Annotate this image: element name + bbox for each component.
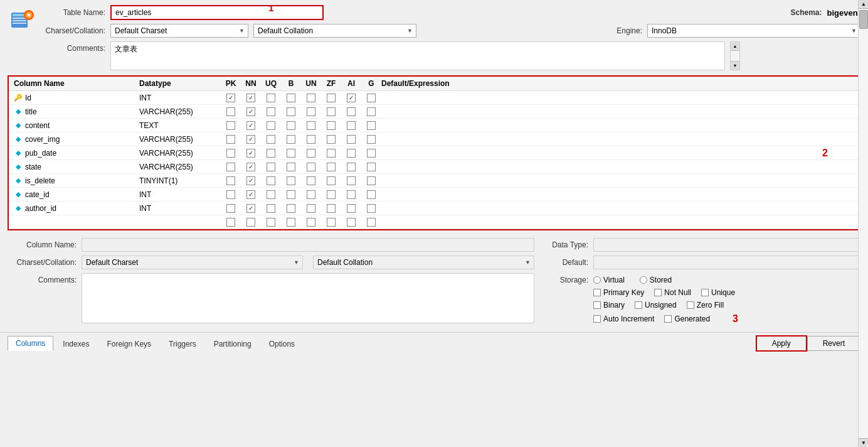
cb-un[interactable] (307, 190, 315, 199)
table-row[interactable]: ◆ cate_id INT (9, 188, 859, 202)
cb-nn[interactable] (246, 190, 255, 199)
detail-charset-select[interactable]: Default Charset (82, 256, 303, 269)
cb-un[interactable] (307, 149, 315, 158)
engine-select[interactable]: InnoDB MyISAM (647, 24, 860, 38)
detail-collation-select[interactable]: Default Collation (313, 256, 534, 269)
cb-ai[interactable] (347, 94, 356, 102)
cb-nn[interactable] (246, 135, 255, 144)
table-row[interactable]: ◆ author_id INT (9, 202, 859, 215)
cb-ai[interactable] (347, 218, 356, 227)
radio-virtual[interactable] (593, 276, 601, 284)
checkbox-ai-box[interactable] (593, 315, 601, 323)
cb-pk[interactable] (226, 218, 235, 227)
table-row[interactable]: 🔑 Id INT (9, 91, 859, 105)
cb-g[interactable] (367, 163, 376, 171)
cb-ai[interactable] (347, 190, 356, 199)
cb-pk[interactable] (226, 176, 235, 185)
cb-uq[interactable] (267, 176, 275, 185)
cb-zf[interactable] (327, 218, 336, 227)
cb-g[interactable] (367, 204, 376, 213)
cb-un[interactable] (307, 107, 315, 116)
cb-pk[interactable] (226, 149, 235, 158)
cb-zf[interactable] (327, 135, 336, 144)
table-row[interactable]: ◆ title VARCHAR(255) (9, 105, 859, 119)
table-row[interactable]: ◆ is_delete TINYINT(1) (9, 174, 859, 188)
cb-pk[interactable] (226, 121, 235, 130)
cb-ai[interactable] (347, 107, 356, 116)
cb-zf[interactable] (327, 176, 336, 185)
cb-pk[interactable] (226, 107, 235, 116)
detail-col-name-input[interactable] (82, 238, 534, 252)
cb-b[interactable] (287, 94, 295, 102)
checkbox-binary-box[interactable] (593, 301, 601, 309)
cb-uq[interactable] (267, 121, 275, 130)
revert-button[interactable]: Revert (807, 336, 860, 351)
cb-zf[interactable] (327, 149, 336, 158)
cb-uq[interactable] (267, 163, 275, 171)
cb-un[interactable] (307, 135, 315, 144)
table-name-input[interactable] (110, 5, 324, 20)
radio-stored[interactable] (640, 276, 647, 284)
cb-un[interactable] (307, 163, 315, 171)
table-row-empty[interactable] (9, 215, 859, 229)
cb-nn[interactable] (246, 121, 255, 130)
comments-scrollbar-down[interactable]: ▼ (731, 61, 739, 70)
scrollbar-thumb[interactable] (859, 10, 868, 29)
cb-pk[interactable] (226, 94, 235, 102)
cb-pk[interactable] (226, 135, 235, 144)
cb-uq[interactable] (267, 218, 275, 227)
cb-b[interactable] (287, 135, 295, 144)
cb-un[interactable] (307, 176, 315, 185)
storage-stored-option[interactable]: Stored (640, 276, 672, 284)
tab-columns[interactable]: Columns (8, 336, 53, 351)
cb-uq[interactable] (267, 135, 275, 144)
cb-g[interactable] (367, 149, 376, 158)
cb-b[interactable] (287, 218, 295, 227)
cb-uq[interactable] (267, 107, 275, 116)
comments-scrollbar-up[interactable]: ▲ (731, 42, 739, 51)
cb-zf[interactable] (327, 190, 336, 199)
checkbox-not-null-box[interactable] (654, 289, 662, 296)
tab-options[interactable]: Options (261, 337, 303, 351)
table-row[interactable]: ◆ state VARCHAR(255) (9, 160, 859, 174)
detail-data-type-input[interactable] (593, 238, 860, 252)
table-row[interactable]: ◆ content TEXT (9, 119, 859, 132)
cb-zf[interactable] (327, 163, 336, 171)
cb-ai[interactable] (347, 121, 356, 130)
cb-g[interactable] (367, 218, 376, 227)
cb-uq[interactable] (267, 94, 275, 102)
storage-virtual-option[interactable]: Virtual (593, 276, 625, 284)
cb-b[interactable] (287, 163, 295, 171)
checkbox-unsigned-box[interactable] (635, 301, 642, 309)
cb-pk[interactable] (226, 204, 235, 213)
comments-textarea[interactable]: 文章表 (110, 41, 725, 70)
cb-uq[interactable] (267, 149, 275, 158)
tab-triggers[interactable]: Triggers (161, 337, 204, 351)
cb-auto-increment[interactable]: Auto Increment (593, 315, 654, 323)
scrollbar-down-btn[interactable]: ▼ (859, 438, 868, 447)
tab-indexes[interactable]: Indexes (55, 337, 97, 351)
cb-not-null[interactable]: Not Null (654, 288, 691, 297)
cb-nn[interactable] (246, 149, 255, 158)
cb-zf[interactable] (327, 121, 336, 130)
cb-b[interactable] (287, 190, 295, 199)
cb-ai[interactable] (347, 204, 356, 213)
cb-g[interactable] (367, 135, 376, 144)
cb-b[interactable] (287, 121, 295, 130)
cb-un[interactable] (307, 94, 315, 102)
cb-nn[interactable] (246, 94, 255, 102)
cb-zerofill[interactable]: Zero Fill (687, 301, 724, 310)
cb-un[interactable] (307, 218, 315, 227)
cb-zf[interactable] (327, 204, 336, 213)
cb-uq[interactable] (267, 204, 275, 213)
cb-primary-key[interactable]: Primary Key (593, 288, 644, 297)
table-row[interactable]: ◆ cover_img VARCHAR(255) (9, 132, 859, 146)
cb-ai[interactable] (347, 176, 356, 185)
tab-partitioning[interactable]: Partitioning (206, 337, 260, 351)
cb-b[interactable] (287, 107, 295, 116)
detail-default-input[interactable] (593, 256, 860, 269)
cb-unique[interactable]: Unique (701, 288, 735, 297)
checkbox-generated-box[interactable] (664, 315, 672, 323)
cb-ai[interactable] (347, 149, 356, 158)
detail-comments-textarea[interactable] (82, 273, 534, 323)
